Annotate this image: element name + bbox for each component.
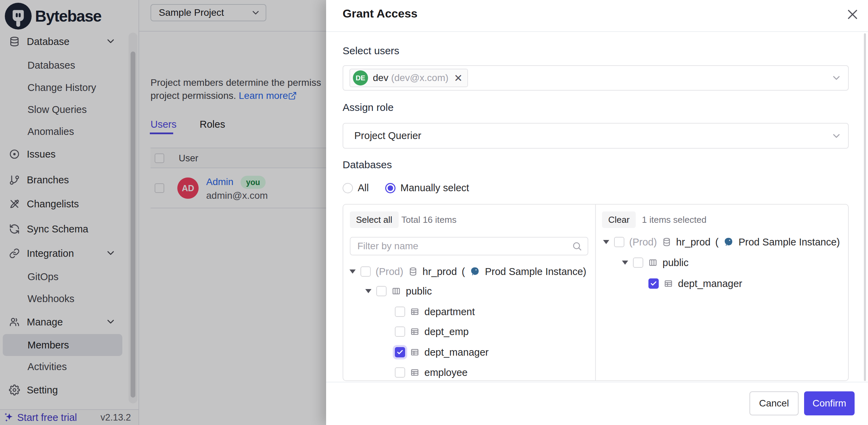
database-icon — [408, 267, 418, 276]
postgres-elephant-icon — [723, 237, 734, 247]
clear-button[interactable]: Clear — [602, 211, 636, 228]
assign-role-select[interactable]: Project Querier — [343, 123, 849, 149]
table-grid-icon — [410, 327, 420, 336]
avatar: DE — [353, 70, 368, 85]
radio-manually-select[interactable] — [385, 183, 396, 193]
filter-input[interactable] — [357, 240, 572, 252]
tree-row-table[interactable]: employee — [395, 365, 468, 380]
tree-row-instance[interactable]: (Prod) hr_prod ( Prod Sample Instance) — [603, 235, 840, 249]
chevron-down-icon — [831, 72, 842, 83]
table-grid-icon — [410, 347, 420, 357]
tree-row-table[interactable]: department — [395, 305, 475, 319]
checkbox[interactable] — [614, 237, 624, 247]
caret-down-icon[interactable] — [622, 261, 628, 265]
chevron-down-icon — [831, 130, 842, 141]
caret-down-icon[interactable] — [365, 289, 371, 293]
assign-role-label: Assign role — [343, 102, 393, 113]
tree-row-instance[interactable]: (Prod) hr_prod ( Prod Sample Instance) — [349, 264, 586, 279]
select-users-label: Select users — [343, 45, 399, 57]
database-icon — [662, 237, 671, 247]
filter-input-wrap — [350, 237, 588, 255]
caret-down-icon[interactable] — [603, 240, 609, 244]
checkbox[interactable] — [360, 266, 371, 277]
table-grid-icon — [664, 279, 673, 288]
cancel-button[interactable]: Cancel — [749, 391, 799, 415]
confirm-button[interactable]: Confirm — [804, 391, 855, 415]
caret-down-icon[interactable] — [349, 269, 356, 274]
checkbox[interactable] — [395, 326, 405, 337]
database-scope-radios: All Manually select — [343, 182, 469, 194]
tree-row-table[interactable]: dept_emp — [395, 324, 469, 339]
checkbox-checked[interactable] — [648, 278, 659, 289]
schema-columns-icon — [648, 258, 658, 267]
search-icon — [572, 241, 582, 251]
radio-all[interactable] — [343, 183, 353, 193]
user-chip: DE dev (dev@x.com) ✕ — [349, 69, 468, 87]
grant-access-modal: Grant Access Select users DE dev (dev@x.… — [326, 0, 868, 425]
checkbox[interactable] — [376, 286, 387, 296]
checkbox[interactable] — [633, 257, 643, 268]
tree-row-table-selected[interactable]: dept_manager — [648, 276, 742, 291]
screen: Bytebase Database Databases Change Histo… — [0, 0, 868, 425]
checkbox[interactable] — [395, 367, 405, 378]
tree-row-schema[interactable]: public — [365, 284, 432, 298]
assign-role-value: Project Querier — [354, 130, 421, 141]
table-grid-icon — [410, 307, 420, 317]
table-grid-icon — [410, 368, 420, 377]
postgres-elephant-icon — [470, 266, 480, 277]
modal-footer-divider — [326, 382, 868, 382]
close-icon[interactable] — [846, 8, 859, 21]
tree-row-schema[interactable]: public — [622, 255, 689, 270]
schema-columns-icon — [391, 286, 401, 296]
checkbox[interactable] — [395, 307, 405, 317]
modal-title: Grant Access — [343, 7, 418, 20]
select-all-button[interactable]: Select all — [350, 211, 399, 228]
remove-chip-icon[interactable]: ✕ — [454, 72, 463, 84]
checkbox-checked[interactable] — [395, 347, 405, 357]
select-users-input[interactable]: DE dev (dev@x.com) ✕ — [343, 65, 849, 91]
panel-divider — [595, 205, 596, 380]
database-transfer-panel: Select all Total 16 items (Prod) hr_prod… — [343, 204, 849, 381]
tree-row-table-selected[interactable]: dept_manager — [395, 345, 489, 359]
selected-count-text: 1 items selected — [642, 211, 706, 228]
modal-header-divider — [326, 31, 868, 32]
modal-scrollbar[interactable] — [864, 33, 866, 381]
total-items-text: Total 16 items — [401, 211, 456, 228]
databases-label: Databases — [343, 159, 392, 171]
